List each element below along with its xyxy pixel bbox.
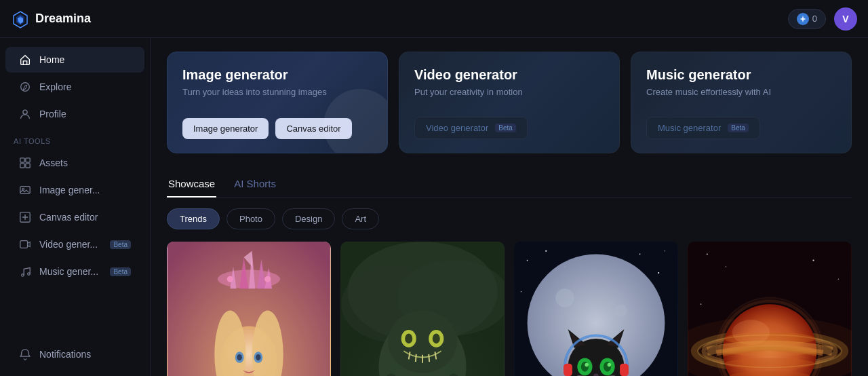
topbar-right: 0 V [788, 7, 857, 31]
svg-point-31 [256, 354, 260, 360]
svg-point-59 [521, 291, 521, 292]
sidebar-item-home[interactable]: Home [5, 47, 144, 73]
music-generator-card: Music generator Create music effortlessl… [631, 52, 852, 153]
svg-point-57 [658, 272, 659, 274]
music-card-buttons: Music generator Beta [646, 117, 836, 139]
filter-trends[interactable]: Trends [167, 208, 220, 229]
svg-point-81 [608, 363, 612, 367]
svg-point-88 [707, 254, 708, 255]
video-gen-card-badge: Beta [495, 124, 516, 132]
svg-rect-6 [20, 158, 24, 162]
generator-cards: Image generator Turn your ideas into stu… [167, 52, 852, 153]
music-gen-icon [19, 265, 31, 278]
svg-point-56 [639, 254, 641, 255]
sidebar-item-profile[interactable]: Profile [5, 101, 144, 127]
gallery-image-2[interactable] [340, 242, 505, 376]
sidebar-label-music-gen: Music gener... [39, 266, 98, 277]
svg-rect-13 [20, 241, 28, 248]
sidebar: Home Explore Profile AI tools As [0, 38, 151, 376]
video-gen-button[interactable]: Video generator Beta [414, 117, 528, 139]
video-gen-button-label: Video generator [426, 123, 488, 133]
svg-point-90 [812, 260, 814, 261]
svg-point-34 [227, 276, 233, 282]
image-card-desc: Turn your ideas into stunning images [182, 87, 372, 97]
svg-point-53 [527, 260, 528, 261]
svg-point-89 [726, 266, 726, 267]
tab-ai-shorts[interactable]: AI Shorts [233, 172, 277, 198]
main-layout: Home Explore Profile AI tools As [0, 38, 868, 376]
sidebar-item-music-generator[interactable]: Music gener... Beta [5, 259, 144, 284]
topbar: Dreamina 0 V [0, 0, 868, 38]
canvas-editor-button[interactable]: Canvas editor [275, 118, 351, 139]
bell-icon [19, 348, 31, 360]
gallery-image-3[interactable] [514, 242, 678, 376]
user-avatar[interactable]: V [834, 7, 857, 31]
sidebar-item-explore[interactable]: Explore [5, 74, 144, 100]
filter-photo[interactable]: Photo [226, 208, 275, 229]
svg-point-42 [388, 310, 456, 373]
gallery-image-4[interactable] [688, 242, 852, 376]
sidebar-item-video-generator[interactable]: Video gener... Beta [5, 231, 144, 257]
app-name: Dreamina [35, 12, 91, 26]
svg-point-80 [585, 363, 589, 367]
svg-rect-75 [620, 364, 629, 376]
sidebar-label-profile: Profile [39, 109, 66, 119]
music-gen-button-label: Music generator [658, 123, 721, 133]
video-card-content: Video generator Put your creativity in m… [414, 67, 604, 108]
svg-point-46 [433, 334, 440, 344]
svg-point-45 [405, 334, 412, 344]
credits-button[interactable]: 0 [788, 9, 826, 29]
credits-value: 0 [812, 14, 817, 24]
svg-rect-74 [564, 364, 572, 376]
sidebar-label-video-gen: Video gener... [39, 239, 98, 250]
svg-point-14 [22, 274, 24, 277]
sidebar-label-image-gen: Image gener... [39, 185, 100, 195]
video-card-buttons: Video generator Beta [414, 117, 604, 139]
svg-line-48 [416, 354, 416, 362]
music-gen-beta-badge: Beta [110, 267, 131, 276]
sidebar-item-image-generator[interactable]: Image gener... [5, 177, 144, 203]
svg-point-54 [545, 250, 547, 252]
image-gen-button[interactable]: Image generator [182, 118, 269, 139]
logo[interactable]: Dreamina [11, 10, 91, 29]
svg-point-63 [615, 304, 627, 316]
sidebar-section-ai-tools: AI tools [0, 128, 150, 149]
sidebar-item-assets[interactable]: Assets [5, 150, 144, 176]
filter-art[interactable]: Art [342, 208, 379, 229]
gallery-image-1[interactable] [167, 242, 331, 376]
tabs-row: Showcase AI Shorts [167, 172, 852, 198]
svg-point-30 [237, 354, 241, 360]
svg-point-92 [701, 303, 702, 305]
image-card-content: Image generator Turn your ideas into stu… [182, 67, 372, 108]
svg-point-35 [264, 276, 271, 282]
sidebar-item-canvas-editor[interactable]: Canvas editor [5, 204, 144, 230]
svg-point-15 [28, 273, 31, 276]
filter-design[interactable]: Design [282, 208, 335, 229]
video-gen-icon [19, 238, 31, 250]
sidebar-label-notifications: Notifications [39, 349, 91, 360]
svg-point-58 [665, 250, 665, 251]
svg-rect-9 [26, 164, 30, 168]
video-card-title: Video generator [414, 67, 604, 83]
svg-point-4 [21, 83, 30, 92]
image-grid [167, 242, 852, 376]
music-card-content: Music generator Create music effortlessl… [646, 67, 836, 108]
music-gen-button[interactable]: Music generator Beta [646, 117, 760, 139]
canvas-icon [19, 211, 31, 223]
image-generator-card: Image generator Turn your ideas into stu… [167, 52, 388, 153]
sidebar-label-explore: Explore [39, 81, 71, 92]
content-area: Image generator Turn your ideas into stu… [151, 38, 868, 376]
assets-icon [19, 157, 31, 169]
sidebar-label-home: Home [39, 54, 64, 65]
music-card-desc: Create music effortlessly with AI [646, 87, 836, 97]
sidebar-item-notifications[interactable]: Notifications [5, 341, 144, 367]
tab-showcase[interactable]: Showcase [167, 172, 216, 198]
video-card-desc: Put your creativity in motion [414, 87, 604, 97]
sidebar-label-assets: Assets [39, 157, 68, 168]
svg-point-62 [555, 288, 574, 307]
svg-line-50 [429, 354, 429, 362]
image-card-buttons: Image generator Canvas editor [182, 118, 372, 139]
svg-point-91 [838, 279, 839, 280]
music-card-title: Music generator [646, 67, 836, 83]
image-gen-icon [19, 184, 31, 196]
